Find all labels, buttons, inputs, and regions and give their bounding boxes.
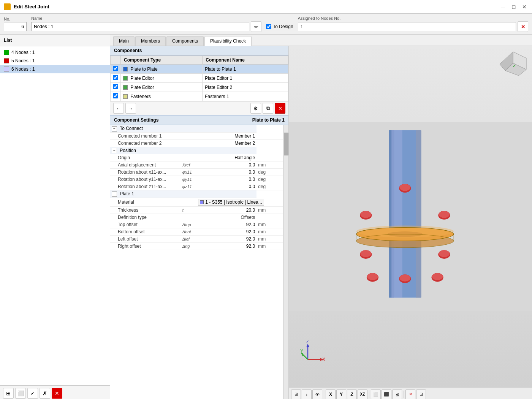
svg-text:X: X <box>322 357 325 362</box>
name-input[interactable] <box>31 22 249 31</box>
rot-x-input[interactable] <box>232 169 255 175</box>
expand-plate1[interactable]: − <box>112 192 117 197</box>
bot-offset-input[interactable] <box>232 229 255 234</box>
x-view-btn[interactable]: X <box>326 390 336 399</box>
clear-assigned-button[interactable]: ✕ <box>518 21 528 32</box>
xz-view-btn[interactable]: XZ <box>358 390 367 399</box>
tab-members[interactable]: Members <box>135 36 166 46</box>
table-row[interactable]: Plate to Plate Plate to Plate 1 <box>111 65 288 74</box>
type-color <box>123 76 128 81</box>
tab-components[interactable]: Components <box>166 36 204 46</box>
axial-input[interactable] <box>232 162 255 168</box>
prop-symbol <box>181 132 196 139</box>
top-offset-input[interactable] <box>232 222 255 227</box>
section-plate1[interactable]: − Plate 1 <box>110 190 283 198</box>
prop-value[interactable] <box>196 228 256 235</box>
tab-plausibility[interactable]: Plausibility Check <box>204 36 252 46</box>
components-header: Components <box>110 46 288 55</box>
toolbar-separator <box>369 391 369 398</box>
fullscreen-btn[interactable]: ⊡ <box>416 390 426 399</box>
row-checkbox[interactable] <box>113 93 118 98</box>
move-left-btn[interactable]: ← <box>113 103 124 114</box>
to-design-checkbox[interactable] <box>266 24 271 29</box>
duplicate-btn[interactable]: ⧉ <box>263 103 273 114</box>
prop-symbol: Δbot <box>181 228 196 235</box>
close-view-btn[interactable]: ✕ <box>405 390 415 399</box>
visibility-btn[interactable]: 👁 <box>312 390 322 399</box>
edit-name-button[interactable]: ✏ <box>251 21 261 32</box>
expand-position[interactable]: − <box>112 148 117 153</box>
prop-name: Rotation about x11-ax... <box>116 169 181 176</box>
prop-name: Top offset <box>116 221 181 228</box>
settings-tree: − To Connect Connected member 1 Member 1 <box>110 125 283 250</box>
close-button[interactable]: ✕ <box>521 3 528 11</box>
thickness-input[interactable] <box>232 207 255 213</box>
minimize-button[interactable]: ─ <box>499 3 507 11</box>
section-to-connect[interactable]: − To Connect <box>110 125 283 132</box>
maximize-button[interactable]: □ <box>510 3 518 11</box>
prop-value[interactable] <box>196 242 256 250</box>
prop-row: Origin Half angle <box>110 154 283 162</box>
tab-main[interactable]: Main <box>113 36 135 46</box>
sidebar-item-6nodes[interactable]: 6 Nodes : 1 <box>0 65 110 73</box>
prop-name: Definition type <box>116 214 181 221</box>
vertical-scrollbar[interactable] <box>283 125 288 399</box>
y-view-btn[interactable]: Y <box>336 390 346 399</box>
right-offset-input[interactable] <box>232 244 255 249</box>
no-input[interactable] <box>4 22 27 31</box>
table-row[interactable]: Plate Editor Plate Editor 2 <box>111 83 288 92</box>
prop-material[interactable]: 1 - S355 | Isotropic | Linea... <box>196 198 283 206</box>
sidebar-item-label: 4 Nodes : 1 <box>11 50 35 55</box>
sidebar-item-5nodes[interactable]: 5 Nodes : 1 <box>0 57 110 65</box>
svg-text:Z: Z <box>306 340 309 344</box>
scrollbar-thumb[interactable] <box>284 133 288 155</box>
sidebar-btn-new[interactable]: ⊞ <box>3 388 14 399</box>
section-position[interactable]: − Position <box>110 147 283 154</box>
prop-value[interactable] <box>196 221 256 228</box>
row-checkbox[interactable] <box>113 75 118 80</box>
assigned-label: Assigned to Nodes No. <box>298 16 528 21</box>
prop-value[interactable] <box>196 169 256 176</box>
sidebar-btn-uncheck[interactable]: ✗ <box>40 388 50 399</box>
color-indicator <box>4 50 9 55</box>
table-row[interactable]: Plate Editor Plate Editor 1 <box>111 74 288 83</box>
prop-name: Connected member 1 <box>116 132 181 139</box>
expand-to-connect[interactable]: − <box>112 126 117 131</box>
prop-value[interactable] <box>196 206 256 214</box>
prop-unit: mm <box>256 228 283 235</box>
view-settings-btn[interactable]: ⊞ <box>291 390 301 399</box>
col-check <box>111 56 121 65</box>
move-right-btn[interactable]: → <box>125 103 136 114</box>
prop-value[interactable] <box>196 162 256 169</box>
sidebar-btn-delete[interactable]: ✕ <box>52 388 62 399</box>
material-button[interactable]: 1 - S355 | Isotropic | Linea... <box>198 199 264 206</box>
row-name: Plate Editor 2 <box>203 83 288 92</box>
sidebar-item-4nodes[interactable]: 4 Nodes : 1 <box>0 48 110 57</box>
solid-btn[interactable]: ⬛ <box>382 390 391 399</box>
table-row[interactable]: Fasteners Fasteners 1 <box>111 92 288 101</box>
prop-value[interactable] <box>196 176 256 183</box>
svg-text:Y: Y <box>300 348 303 354</box>
type-color <box>123 67 128 71</box>
row-checkbox[interactable] <box>113 84 118 89</box>
pan-btn[interactable]: ↕ <box>302 390 312 399</box>
prop-value[interactable] <box>196 183 256 190</box>
sidebar-btn-copy[interactable]: ⬜ <box>15 388 26 399</box>
left-offset-input[interactable] <box>232 236 255 242</box>
settings-btn[interactable]: ⚙ <box>250 103 261 114</box>
wireframe-btn[interactable]: ⬜ <box>371 390 381 399</box>
print-btn[interactable]: 🖨 <box>392 390 402 399</box>
prop-value[interactable] <box>196 235 256 242</box>
assigned-input[interactable] <box>298 22 516 31</box>
prop-unit: deg <box>256 169 283 176</box>
svg-rect-4 <box>391 130 402 298</box>
nav-cube[interactable]: ✓ <box>498 50 528 80</box>
rot-z-input[interactable] <box>232 184 255 189</box>
delete-component-btn[interactable]: ✕ <box>275 103 285 114</box>
section-label: Plate 1 <box>120 191 134 196</box>
rot-y-input[interactable] <box>232 177 255 182</box>
row-checkbox[interactable] <box>113 66 118 71</box>
sidebar-btn-check[interactable]: ✓ <box>27 388 38 399</box>
z-view-btn[interactable]: Z <box>347 390 357 399</box>
row-name: Fasteners 1 <box>203 92 288 101</box>
